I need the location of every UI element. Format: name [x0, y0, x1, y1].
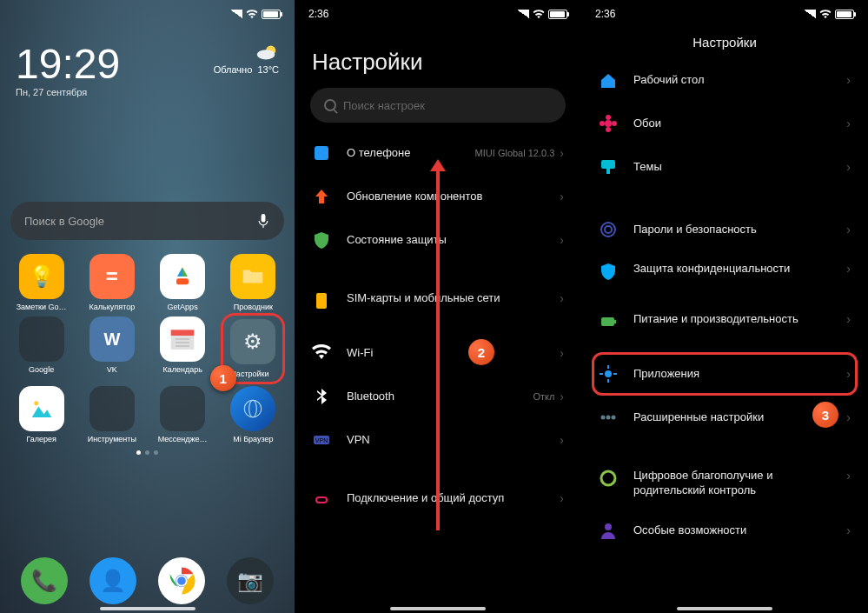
- svg-rect-33: [607, 379, 609, 383]
- item-label: Цифровое благополучие и родительский кон…: [633, 469, 846, 498]
- item-label: Обои: [633, 117, 846, 131]
- item-label: Приложения: [633, 367, 846, 382]
- flower-icon: [599, 114, 618, 133]
- svg-rect-32: [607, 365, 609, 369]
- circle-icon: [599, 469, 618, 488]
- svg-rect-30: [614, 320, 616, 323]
- dock-chrome[interactable]: [158, 557, 205, 604]
- step-badge-1: 1: [210, 365, 236, 391]
- batt-icon: [599, 312, 618, 331]
- svg-rect-25: [601, 160, 615, 169]
- gear-icon: [599, 364, 618, 383]
- home-indicator[interactable]: [390, 607, 486, 610]
- dock-phone[interactable]: 📞: [21, 557, 68, 604]
- home-indicator[interactable]: [100, 607, 195, 610]
- app-files[interactable]: Проводник: [221, 254, 286, 311]
- app-folder-messengers[interactable]: Мессендже…: [150, 386, 215, 443]
- app-gallery[interactable]: Галерея: [9, 386, 74, 443]
- app-notes[interactable]: 💡Заметки Go…: [9, 254, 74, 311]
- status-bar: 2:36: [295, 0, 581, 28]
- google-search-bar[interactable]: Поиск в Google: [10, 202, 284, 240]
- item-label: Wi-Fi: [347, 346, 560, 361]
- sim-icon: [312, 291, 331, 310]
- battery-icon: [548, 10, 567, 19]
- chevron-right-icon: ›: [846, 410, 851, 424]
- app-folder-tools[interactable]: Инструменты: [79, 386, 144, 443]
- settings-item[interactable]: Пароли и безопасность ›: [586, 208, 863, 251]
- svg-rect-35: [613, 373, 617, 375]
- item-label: Обновление компонентов: [347, 190, 560, 204]
- bt-icon: [312, 387, 331, 406]
- app-mibrowser[interactable]: Mi Браузер: [221, 386, 286, 443]
- settings-search[interactable]: Поиск настроек: [310, 88, 566, 123]
- app-vk[interactable]: WVK: [79, 316, 144, 381]
- item-sub: Откл: [533, 391, 554, 402]
- dock-camera[interactable]: 📷: [227, 557, 274, 604]
- vpn-icon: VPN: [312, 430, 331, 450]
- app-getapps[interactable]: GetApps: [150, 254, 215, 311]
- cloud-icon: [255, 43, 279, 61]
- dock-contacts[interactable]: 👤: [89, 557, 136, 604]
- chevron-right-icon: ›: [846, 117, 851, 130]
- svg-point-27: [601, 223, 615, 237]
- svg-point-24: [612, 121, 617, 126]
- svg-point-9: [34, 401, 38, 405]
- settings-item[interactable]: Защита конфиденциальности ›: [586, 251, 863, 302]
- svg-point-39: [601, 471, 615, 485]
- svg-point-20: [605, 120, 612, 127]
- page-title: Настройки: [295, 28, 581, 88]
- home-indicator[interactable]: [677, 607, 772, 610]
- item-label: Состояние защиты: [347, 233, 560, 248]
- svg-rect-26: [606, 169, 610, 174]
- svg-point-11: [249, 400, 257, 417]
- svg-point-40: [605, 523, 612, 530]
- chevron-right-icon: ›: [560, 146, 564, 160]
- shield-icon: [312, 230, 331, 250]
- finger-icon: [599, 220, 618, 239]
- item-label: О телефоне: [347, 146, 475, 161]
- settings-item[interactable]: Рабочий стол ›: [586, 58, 863, 102]
- svg-point-37: [606, 416, 611, 420]
- item-label: Защита конфиденциальности: [633, 262, 846, 277]
- status-time: 2:36: [595, 8, 615, 20]
- wifi-icon: [533, 9, 545, 19]
- settings-item[interactable]: Обои ›: [586, 102, 863, 145]
- item-label: Особые возможности: [633, 523, 846, 538]
- svg-point-36: [601, 416, 606, 420]
- brush-icon: [599, 157, 618, 177]
- item-label: SIM-карты и мобильные сети: [347, 291, 560, 306]
- wifi-icon: [312, 343, 331, 363]
- up-icon: [312, 187, 331, 206]
- search-placeholder: Поиск в Google: [24, 215, 256, 228]
- item-label: Подключение и общий доступ: [347, 491, 560, 506]
- battery-icon: [262, 10, 281, 19]
- shield-icon: [599, 262, 618, 281]
- settings-item[interactable]: Особые возможности ›: [586, 509, 863, 552]
- app-grid: 💡Заметки Go… =Калькулятор GetApps Провод…: [0, 240, 295, 443]
- mic-icon[interactable]: [256, 214, 270, 228]
- settings-item[interactable]: Цифровое благополучие и родительский кон…: [586, 458, 863, 509]
- chevron-right-icon: ›: [560, 233, 564, 247]
- chevron-right-icon: ›: [846, 223, 851, 237]
- chevron-right-icon: ›: [846, 73, 851, 87]
- item-label: Рабочий стол: [633, 73, 846, 88]
- chevron-right-icon: ›: [560, 390, 564, 403]
- app-calendar[interactable]: Календарь: [150, 316, 215, 381]
- svg-rect-4: [171, 330, 195, 336]
- svg-point-28: [605, 226, 612, 233]
- app-calculator[interactable]: =Калькулятор: [79, 254, 144, 311]
- link-icon: [312, 491, 331, 510]
- signal-icon: [804, 10, 816, 18]
- settings-screen-2: 2:36 Настройки Рабочий стол › Обои › Тем…: [581, 0, 868, 613]
- home-screen: 19:29 Пн, 27 сентября Облачно 13°C Поиск…: [0, 0, 295, 613]
- chevron-right-icon: ›: [846, 469, 851, 483]
- step-badge-2: 2: [468, 339, 494, 365]
- svg-text:VPN: VPN: [315, 437, 328, 443]
- page-indicator: [0, 450, 295, 455]
- settings-item[interactable]: Питание и производительность ›: [586, 302, 863, 352]
- weather-widget[interactable]: Облачно 13°C: [214, 43, 279, 75]
- app-settings[interactable]: ⚙Настройки 1: [221, 316, 286, 381]
- app-folder-google[interactable]: Google: [9, 316, 74, 381]
- settings-item[interactable]: Темы ›: [586, 145, 863, 189]
- settings-item[interactable]: Приложения ›: [586, 352, 863, 396]
